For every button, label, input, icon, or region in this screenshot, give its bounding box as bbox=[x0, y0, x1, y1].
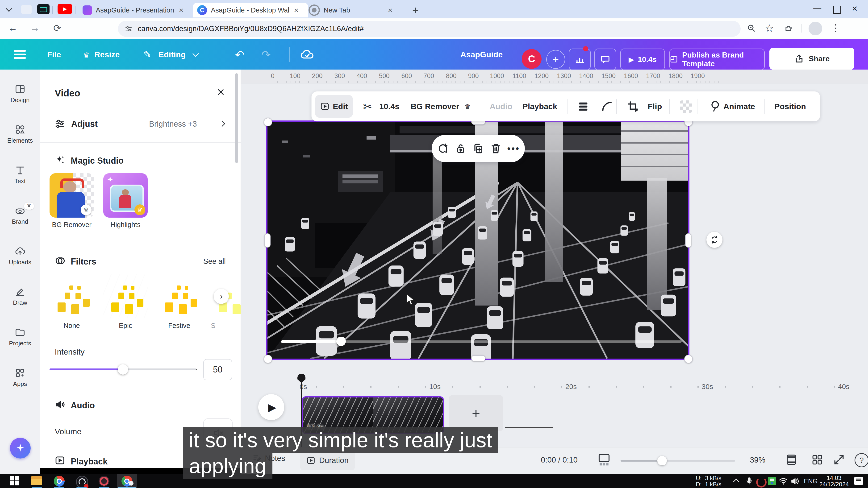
grid-view-icon[interactable] bbox=[811, 454, 824, 466]
reload-button[interactable]: ⟳ bbox=[53, 23, 61, 33]
crop-icon[interactable] bbox=[627, 100, 639, 113]
filters-scroll-next-button[interactable]: › bbox=[214, 289, 229, 304]
video-scrub-thumb[interactable] bbox=[336, 337, 346, 346]
add-clip-button[interactable]: + bbox=[448, 395, 503, 431]
sidebar-item-brand[interactable]: ♛ Brand bbox=[0, 205, 40, 225]
doc-title[interactable]: AsapGuide bbox=[460, 50, 503, 59]
bg-remover-button[interactable]: BG Remover bbox=[411, 102, 459, 111]
sidebar-item-projects[interactable]: Projects bbox=[0, 327, 40, 347]
trim-scissors-icon[interactable]: ✂ bbox=[363, 100, 372, 113]
selection-handle-e[interactable] bbox=[685, 233, 691, 248]
file-menu[interactable]: File bbox=[47, 50, 61, 59]
help-button[interactable]: ? bbox=[855, 453, 868, 467]
microphone-tray-icon[interactable] bbox=[745, 477, 753, 485]
comments-button[interactable] bbox=[594, 48, 616, 70]
share-button[interactable]: Share bbox=[769, 47, 854, 70]
app-tray-icon[interactable] bbox=[768, 477, 776, 485]
notification-center-icon[interactable] bbox=[854, 477, 863, 485]
add-member-button[interactable]: + bbox=[546, 50, 565, 69]
sidebar-item-design[interactable]: Design bbox=[0, 84, 40, 104]
panel-scrollbar[interactable] bbox=[235, 73, 238, 163]
more-options-icon[interactable]: ••• bbox=[507, 143, 520, 154]
lock-icon[interactable] bbox=[454, 142, 467, 155]
animate-icon[interactable] bbox=[709, 100, 721, 113]
pinned-tab-code-icon[interactable] bbox=[37, 4, 50, 14]
start-button[interactable] bbox=[10, 476, 19, 486]
chrome-icon[interactable] bbox=[54, 476, 65, 487]
filters-see-all-link[interactable]: See all bbox=[203, 257, 226, 266]
position-button[interactable]: Position bbox=[774, 102, 806, 111]
magic-assistant-fab[interactable] bbox=[10, 438, 31, 459]
tab-close-icon[interactable]: × bbox=[388, 6, 393, 15]
selection-handle-s[interactable] bbox=[471, 355, 486, 361]
publish-brand-template-button[interactable]: Publish as Brand Template bbox=[670, 48, 765, 70]
transparency-lines-icon[interactable] bbox=[577, 100, 589, 113]
undo-button[interactable]: ↶ bbox=[235, 48, 244, 61]
tray-expand-chevron[interactable] bbox=[734, 480, 739, 485]
window-close-button[interactable]: × bbox=[852, 3, 857, 14]
redo-button[interactable]: ↷ bbox=[261, 48, 271, 61]
panel-close-icon[interactable]: × bbox=[217, 84, 225, 99]
duplicate-icon[interactable] bbox=[472, 142, 485, 155]
extensions-icon[interactable] bbox=[784, 24, 794, 33]
card-highlights[interactable]: ♛ Highlights bbox=[103, 173, 148, 229]
window-maximize-button[interactable] bbox=[833, 6, 841, 14]
window-minimize-button[interactable]: — bbox=[813, 3, 821, 12]
filter-festive[interactable]: Festive bbox=[157, 274, 202, 330]
selection-handle-nw[interactable] bbox=[264, 118, 272, 126]
obs-icon[interactable] bbox=[76, 476, 88, 488]
back-button[interactable]: ← bbox=[8, 23, 18, 33]
cloud-saved-icon[interactable] bbox=[300, 48, 315, 60]
edit-button[interactable]: Edit bbox=[315, 95, 353, 118]
tab-new-tab[interactable]: New Tab × bbox=[304, 3, 415, 18]
tab-presentation[interactable]: AsapGuide - Presentation × bbox=[78, 3, 191, 18]
profile-avatar[interactable] bbox=[809, 22, 822, 35]
zoom-icon[interactable] bbox=[747, 24, 756, 33]
filter-none[interactable]: None bbox=[50, 274, 94, 330]
intensity-slider[interactable] bbox=[50, 368, 196, 370]
new-tab-button[interactable]: + bbox=[412, 4, 418, 16]
menu-hamburger-icon[interactable] bbox=[14, 50, 26, 59]
timeline-view-icon[interactable] bbox=[597, 453, 611, 467]
wifi-tray-icon[interactable] bbox=[779, 477, 788, 485]
intensity-slider-thumb[interactable] bbox=[118, 364, 128, 375]
url-bar[interactable]: canva.com/design/DAGXFBBoiYg/0U8xD9Q6AHZ… bbox=[118, 21, 741, 37]
sidebar-item-uploads[interactable]: Uploads bbox=[0, 246, 40, 266]
file-explorer-icon[interactable] bbox=[31, 476, 42, 486]
intensity-value[interactable]: 50 bbox=[203, 359, 232, 380]
account-avatar[interactable]: C bbox=[522, 49, 541, 69]
tab-search-chevron-icon[interactable] bbox=[7, 6, 11, 12]
sidebar-item-draw[interactable]: Draw bbox=[0, 286, 40, 306]
sidebar-item-text[interactable]: Text bbox=[0, 165, 40, 185]
zoom-slider-track[interactable] bbox=[621, 460, 735, 462]
site-settings-icon[interactable] bbox=[125, 25, 132, 33]
insights-button[interactable] bbox=[569, 48, 591, 70]
volume-tray-icon[interactable] bbox=[790, 477, 800, 485]
pages-view-icon[interactable] bbox=[785, 454, 798, 466]
browser-menu-icon[interactable]: ⋮ bbox=[831, 22, 841, 34]
comment-add-icon[interactable] bbox=[437, 142, 450, 155]
editing-mode-dropdown[interactable]: Editing bbox=[158, 50, 186, 59]
trim-duration[interactable]: 10.4s bbox=[379, 102, 399, 111]
filter-epic[interactable]: Epic bbox=[103, 274, 148, 330]
active-app-tile[interactable] bbox=[117, 474, 137, 488]
pinned-tab-icon[interactable] bbox=[21, 5, 32, 14]
sidebar-item-elements[interactable]: Elements bbox=[0, 124, 40, 144]
selection-handle-w[interactable] bbox=[265, 233, 271, 248]
playhead-pin[interactable] bbox=[298, 374, 305, 383]
timeline-play-button[interactable]: ▶ bbox=[258, 394, 284, 420]
bookmark-star-icon[interactable]: ☆ bbox=[765, 22, 774, 34]
obs-tray-icon[interactable] bbox=[756, 477, 767, 488]
forward-button[interactable]: → bbox=[30, 23, 40, 33]
delete-icon[interactable] bbox=[489, 142, 502, 155]
curve-icon[interactable] bbox=[601, 100, 613, 113]
preview-play-button[interactable]: ▶ 10.4s bbox=[620, 48, 665, 70]
tab-close-icon[interactable]: × bbox=[294, 6, 299, 15]
tab-close-icon[interactable]: × bbox=[179, 6, 184, 15]
adjust-row[interactable]: Adjust Brightness +3 bbox=[55, 117, 227, 131]
recorder-app-icon[interactable] bbox=[99, 476, 110, 487]
playback-button[interactable]: Playback bbox=[522, 102, 557, 111]
rotate-page-button[interactable] bbox=[706, 232, 722, 248]
flip-button[interactable]: Flip bbox=[648, 102, 662, 111]
card-bg-remover[interactable]: ♛ BG Remover bbox=[50, 173, 94, 229]
